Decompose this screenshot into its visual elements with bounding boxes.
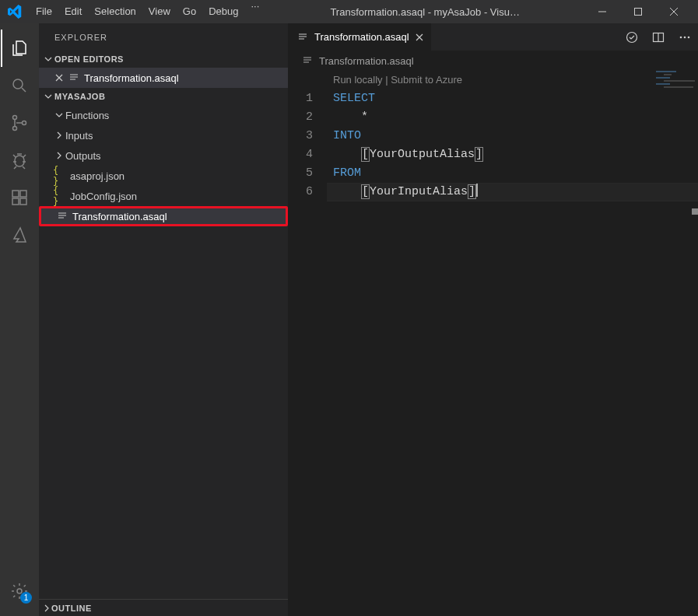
code-token (333, 185, 361, 198)
svg-rect-5 (12, 191, 19, 197)
cursor (476, 183, 478, 197)
code-lens-actions[interactable]: Run locally | Submit to Azure (327, 71, 698, 89)
maximize-button[interactable] (620, 0, 656, 23)
code-line[interactable]: * (327, 108, 698, 127)
code-editor[interactable]: 123456 Run locally | Submit to Azure SEL… (288, 71, 698, 616)
editor-actions (623, 23, 698, 51)
code-token: YourOutputAlias (370, 148, 475, 161)
svg-rect-8 (20, 191, 26, 197)
sidebar-title: EXPLORER (39, 23, 288, 51)
breadcrumb[interactable]: Transformation.asaql (288, 51, 698, 71)
editor-tab-label: Transformation.asaql (314, 31, 409, 43)
svg-point-9 (17, 589, 22, 593)
more-actions-icon[interactable] (676, 29, 693, 46)
file-lines-icon (296, 32, 310, 43)
minimize-button[interactable] (584, 0, 620, 23)
line-number: 4 (288, 145, 313, 164)
split-editor-icon[interactable] (650, 29, 667, 46)
svg-rect-6 (12, 198, 19, 205)
settings-badge: 1 (20, 592, 32, 604)
svg-point-3 (13, 127, 17, 131)
menu-debug[interactable]: Debug (202, 0, 244, 23)
line-number: 2 (288, 108, 313, 127)
svg-point-12 (680, 36, 682, 38)
section-outline-label: OUTLINE (51, 604, 92, 613)
close-editor-icon[interactable] (53, 74, 65, 82)
menu-edit[interactable]: Edit (58, 0, 88, 23)
section-open-editors-label: OPEN EDITORS (54, 54, 124, 64)
menu-go[interactable]: Go (177, 0, 202, 23)
code-content[interactable]: Run locally | Submit to Azure SELECT *IN… (327, 71, 698, 616)
code-token: INTO (333, 129, 361, 142)
tree-folder-outputs[interactable]: Outputs (39, 145, 288, 166)
close-tab-icon[interactable] (416, 33, 423, 41)
svg-rect-0 (635, 9, 642, 16)
file-json-icon: { } (53, 165, 67, 187)
scroll-indicator (692, 208, 698, 215)
line-number: 5 (288, 164, 313, 183)
svg-point-10 (627, 32, 637, 42)
code-token: ] (468, 184, 476, 199)
activity-extensions[interactable] (1, 179, 38, 216)
code-line[interactable]: [YourOutputAlias] (327, 145, 698, 164)
tree-label: JobConfig.json (70, 191, 137, 202)
code-token: * (361, 110, 368, 124)
window-title: Transformation.asaql - myAsaJob - Visu… (265, 6, 584, 18)
section-project-label: MYASAJOB (54, 92, 105, 101)
title-bar: File Edit Selection View Go Debug ··· Tr… (0, 0, 698, 23)
svg-rect-7 (20, 198, 26, 205)
minimap[interactable] (656, 71, 687, 102)
activity-settings[interactable]: 1 (1, 572, 38, 610)
editor-tab[interactable]: Transformation.asaql (288, 23, 432, 51)
tree-folder-inputs[interactable]: Inputs (39, 125, 288, 145)
activity-debug[interactable] (1, 142, 38, 179)
svg-point-14 (688, 36, 690, 38)
code-token: YourInputAlias (370, 185, 468, 198)
activity-bar: 1 (0, 23, 39, 616)
tree-file-asaproj[interactable]: { } asaproj.json (39, 166, 288, 186)
code-token: FROM (333, 166, 361, 180)
code-line[interactable]: [YourInputAlias] (327, 183, 698, 201)
tree-folder-functions[interactable]: Functions (39, 105, 288, 125)
code-token (333, 110, 361, 124)
code-token: [ (361, 147, 370, 162)
activity-explorer[interactable] (1, 30, 38, 67)
menu-view[interactable]: View (142, 0, 177, 23)
open-editor-item[interactable]: Transformation.asaql (39, 68, 288, 88)
menu-more[interactable]: ··· (244, 0, 265, 23)
file-lines-icon (55, 211, 69, 222)
line-number: 1 (288, 89, 313, 108)
menu-file[interactable]: File (30, 0, 58, 23)
code-line[interactable]: INTO (327, 127, 698, 145)
activity-azure[interactable] (1, 216, 38, 254)
editor-area: Transformation.asaql Tr (288, 23, 698, 616)
tree-label: Transformation.asaql (72, 211, 167, 222)
tree-label: Functions (65, 110, 109, 121)
svg-point-2 (13, 116, 17, 120)
editor-tab-bar: Transformation.asaql (288, 23, 698, 51)
section-outline[interactable]: OUTLINE (39, 599, 288, 616)
tree-file-transformation[interactable]: Transformation.asaql (39, 206, 288, 226)
chevron-down-icon (42, 54, 54, 64)
code-line[interactable]: SELECT (327, 89, 698, 108)
svg-point-1 (13, 79, 23, 89)
code-line[interactable]: FROM (327, 164, 698, 183)
section-open-editors[interactable]: OPEN EDITORS (39, 51, 288, 68)
file-lines-icon (300, 55, 314, 66)
code-token: SELECT (333, 92, 375, 105)
chevron-down-icon (42, 92, 54, 101)
tree-file-jobconfig[interactable]: { } JobConfig.json (39, 186, 288, 206)
tree-label: asaproj.json (70, 170, 125, 182)
chevron-right-icon (53, 151, 65, 160)
code-token: [ (361, 184, 370, 199)
svg-point-13 (684, 36, 686, 38)
chevron-down-icon (53, 110, 65, 120)
tree-label: Outputs (65, 150, 101, 162)
file-json-icon: { } (53, 185, 67, 207)
activity-source-control[interactable] (1, 104, 38, 142)
compile-icon[interactable] (623, 29, 640, 46)
close-button[interactable] (656, 0, 692, 23)
section-project[interactable]: MYASAJOB (39, 88, 288, 105)
menu-selection[interactable]: Selection (88, 0, 142, 23)
activity-search[interactable] (1, 67, 38, 104)
